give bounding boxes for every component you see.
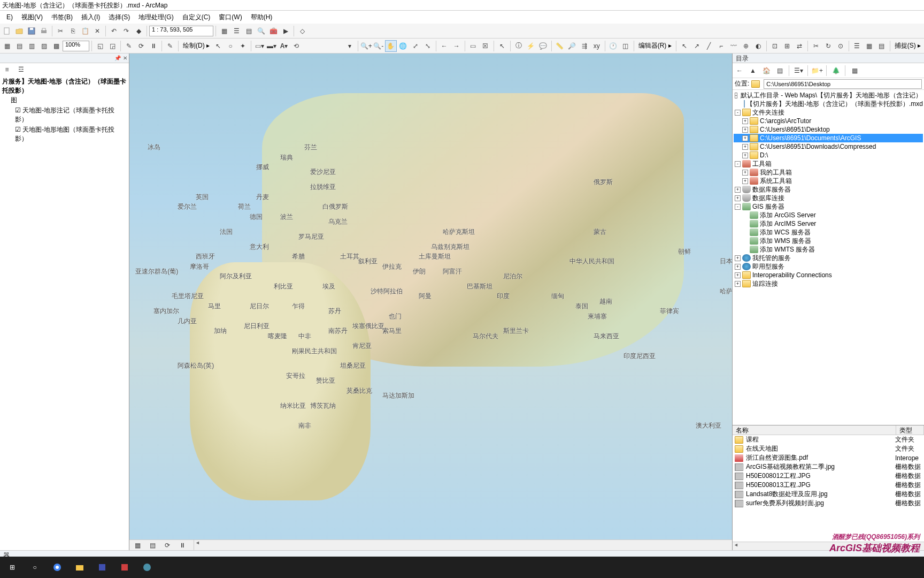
fixed-zoomout-icon[interactable]: ⤡	[422, 40, 434, 52]
layout-view-icon[interactable]: ▤	[147, 539, 158, 551]
menu-item[interactable]: 帮助(H)	[247, 12, 277, 23]
tree-row[interactable]: +C:\Users\86951\Desktop	[734, 125, 923, 134]
file-row[interactable]: 课程文件夹	[733, 435, 924, 444]
file-row[interactable]: Landsat8数据处理及应用.jpg栅格数据	[733, 490, 924, 499]
pause-draw-icon[interactable]: ⏸	[176, 539, 188, 551]
cortana-icon[interactable]: ○	[26, 558, 44, 576]
file-row[interactable]: surfer免费系列视频封面.jpg栅格数据	[733, 499, 924, 508]
select-features-icon[interactable]: ▭	[467, 40, 479, 52]
tree-row[interactable]: +数据库服务器	[734, 185, 923, 194]
toc-source-icon[interactable]: ☲	[15, 64, 27, 75]
tree-row[interactable]: 添加 ArcGIS Server	[734, 211, 923, 219]
expand-icon[interactable]: +	[735, 195, 741, 201]
edit15-icon[interactable]: ▤	[876, 40, 888, 52]
refresh-icon[interactable]: ⟳	[135, 40, 147, 52]
cat-home-icon[interactable]: 🏠	[760, 65, 772, 77]
toc-list-icon[interactable]: ≡	[1, 64, 13, 75]
edit3-icon[interactable]: ⌐	[715, 40, 727, 52]
grid1-icon[interactable]: ▤	[13, 40, 25, 52]
grid4-icon[interactable]: ▩	[50, 40, 62, 52]
pause-icon[interactable]: ⏸	[148, 40, 159, 52]
pen-icon[interactable]: ✎	[164, 40, 176, 52]
file-row[interactable]: 浙江自然资源图集.pdfInterope	[733, 453, 924, 462]
undo-icon[interactable]: ↶	[108, 25, 120, 37]
editor-label[interactable]: 编辑器(R) ▸	[636, 41, 674, 50]
tree-row[interactable]: -默认工作目录 - Web Maps\【切片服务】天地图-地形（含注记）（球面墨	[734, 91, 923, 100]
new-icon[interactable]	[1, 25, 13, 37]
expand-icon[interactable]: +	[735, 281, 741, 287]
expand-icon[interactable]: +	[742, 127, 748, 133]
clear-selection-icon[interactable]: ☒	[480, 40, 491, 52]
data-view-icon[interactable]: ▦	[132, 539, 143, 551]
edit12-icon[interactable]: ⊙	[835, 40, 846, 52]
tree-row[interactable]: 【切片服务】天地图-地形（含注记）（球面墨卡托投影）.mxd	[734, 100, 923, 108]
add-data-icon[interactable]: ◆	[133, 25, 144, 37]
tree-row[interactable]: 添加 WMS 服务器	[734, 237, 923, 245]
file-row[interactable]: H50E008012工程.JPG栅格数据	[733, 471, 924, 481]
tree-row[interactable]: +我托管的服务	[734, 254, 923, 262]
python-icon[interactable]: ▶	[280, 25, 291, 37]
close-icon[interactable]: ✕	[123, 55, 127, 61]
zoom-dropdown[interactable]: 100%	[63, 41, 89, 51]
expand-icon[interactable]: -	[735, 204, 741, 210]
viewer-window-icon[interactable]: ◫	[620, 40, 632, 52]
toc-layer-2[interactable]: ☑ 天地图-地形地图（球面墨卡托投影）	[2, 125, 127, 144]
full-extent-icon[interactable]: 🌐	[397, 40, 409, 52]
paste-icon[interactable]: 📋	[79, 25, 91, 37]
tree-row[interactable]: +C:\arcgis\ArcTutor	[734, 117, 923, 125]
tree-row[interactable]: +Interoperability Connections	[734, 271, 923, 279]
menu-item[interactable]: 书签(B)	[47, 12, 77, 23]
select-elements-icon[interactable]: ↖	[496, 40, 508, 52]
expand-icon[interactable]: -	[735, 110, 741, 116]
circle-icon[interactable]: ○	[225, 40, 236, 52]
open-icon[interactable]	[13, 25, 25, 37]
tree-row[interactable]: +系统工具箱	[734, 177, 923, 185]
save-icon[interactable]	[26, 25, 37, 37]
rect-icon[interactable]: ▭▾	[253, 40, 265, 52]
pointer-icon[interactable]: ↖	[212, 40, 224, 52]
print-icon[interactable]	[38, 25, 50, 37]
edit11-icon[interactable]: ↻	[822, 40, 834, 52]
draw-label[interactable]: 绘制(D) ▸	[181, 41, 212, 50]
edit2-icon[interactable]: ╱	[703, 40, 715, 52]
capture-label[interactable]: 捕捉(S) ▸	[892, 41, 923, 50]
menu-item[interactable]: 地理处理(G)	[134, 12, 178, 23]
zoomin-icon[interactable]: 🔍+	[360, 40, 372, 52]
edit5-icon[interactable]: ⊕	[740, 40, 752, 52]
edit-tool-icon[interactable]: ↖	[679, 40, 690, 52]
file-row[interactable]: ArcGIS基础视频教程第二季.jpg栅格数据	[733, 462, 924, 471]
menu-item[interactable]: E)	[2, 12, 17, 22]
edit6-icon[interactable]: ◐	[752, 40, 764, 52]
arcmap-icon[interactable]	[138, 558, 156, 576]
expand-icon[interactable]: +	[742, 118, 748, 124]
expand-icon[interactable]: +	[735, 272, 741, 278]
catalog-icon[interactable]: ▤	[243, 25, 255, 37]
cut-icon[interactable]: ✂	[55, 25, 66, 37]
menu-item[interactable]: 视图(V)	[17, 12, 47, 23]
cat-view-icon[interactable]: ☰▾	[792, 65, 804, 77]
back-icon[interactable]: ←	[438, 40, 450, 52]
layout-icon[interactable]: ▦	[1, 40, 13, 52]
arctoolbox-icon[interactable]: 🧰	[267, 25, 279, 37]
toc-layer-1[interactable]: ☑ 天地图-地形注记（球面墨卡托投影）	[2, 105, 127, 125]
layout-zoom1-icon[interactable]: ◱	[94, 40, 106, 52]
col-type[interactable]: 类型	[896, 425, 924, 435]
find-route-icon[interactable]: ⇶	[579, 40, 590, 52]
scale-dropdown[interactable]: 1 : 73, 593, 505	[149, 26, 213, 36]
location-input[interactable]	[764, 79, 922, 89]
html-popup-icon[interactable]: 💬	[537, 40, 549, 52]
hyperlink-icon[interactable]: ⚡	[525, 40, 537, 52]
layout-zoom2-icon[interactable]: ◲	[106, 40, 118, 52]
tree-row[interactable]: +C:\Users\86951\Downloads\Compressed	[734, 142, 923, 151]
edit13-icon[interactable]: ☰	[851, 40, 863, 52]
cat-connect-icon[interactable]: 📁+	[811, 65, 823, 77]
model-builder-icon[interactable]: ◇	[296, 25, 308, 37]
toc-root[interactable]: 片服务】天地图-地形（含注记）（球面墨卡托投影）	[2, 77, 127, 95]
app1-icon[interactable]	[93, 558, 111, 576]
dd1-icon[interactable]: ▾	[344, 40, 356, 52]
toc-tree[interactable]: 片服务】天地图-地形（含注记）（球面墨卡托投影） 图 ☑ 天地图-地形注记（球面…	[0, 76, 129, 550]
app2-icon[interactable]	[116, 558, 134, 576]
cat-tree-icon[interactable]: 🌲	[830, 65, 842, 77]
file-row[interactable]: H50E008013工程.JPG栅格数据	[733, 481, 924, 490]
fixed-zoomin-icon[interactable]: ⤢	[410, 40, 421, 52]
